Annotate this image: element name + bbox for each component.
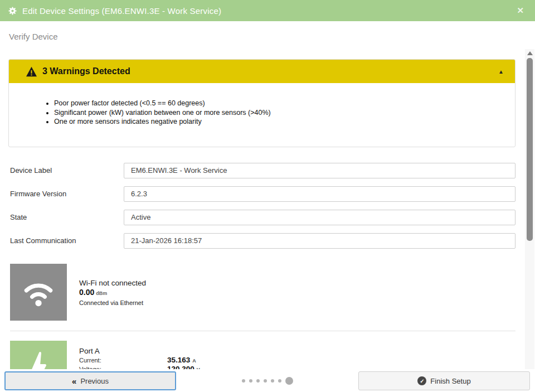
measurement-row: Current: 35.163 A	[79, 356, 515, 365]
collapse-caret-icon[interactable]: ▲	[498, 69, 504, 75]
device-form: Device Label Firmware Version State Last…	[0, 163, 535, 249]
finish-setup-label: Finish Setup	[430, 377, 470, 385]
scrollbar-thumb[interactable]	[527, 58, 533, 241]
check-circle-icon: ✓	[417, 376, 426, 385]
form-row: Device Label	[10, 163, 515, 178]
measurement-label: Current:	[79, 357, 167, 364]
warning-item: One or more sensors indicates negative p…	[54, 117, 515, 127]
vertical-scrollbar[interactable]	[525, 49, 534, 389]
field-input[interactable]	[124, 163, 515, 178]
step-dots	[242, 369, 293, 392]
double-chevron-left-icon: «	[72, 376, 76, 386]
close-icon[interactable]: ✕	[513, 4, 527, 17]
dialog-footer: « Previous ✓ Finish Setup	[0, 369, 535, 392]
previous-button[interactable]: « Previous	[4, 371, 176, 390]
warnings-header[interactable]: 3 Warnings Detected ▲	[9, 60, 515, 83]
measurement-unit: A	[192, 358, 196, 364]
wifi-status-row: Wi-Fi not connected 0.00dBm Connected vi…	[10, 264, 515, 321]
page-title: Verify Device	[0, 21, 535, 41]
dialog-content: Verify Device 3 Warnings Detected ▲ Poor…	[0, 21, 535, 392]
step-dot[interactable]	[264, 379, 267, 383]
section-divider	[10, 331, 515, 331]
gear-icon	[8, 6, 17, 16]
warning-item: Significant power (kW) variation between…	[54, 108, 515, 118]
field-label: Last Communication	[10, 236, 124, 245]
wifi-signal-value: 0.00	[79, 288, 94, 297]
warnings-list: Poor power factor detected (<0.5 == 60 d…	[9, 99, 515, 127]
warning-item: Poor power factor detected (<0.5 == 60 d…	[54, 99, 515, 108]
step-dot[interactable]	[271, 379, 274, 383]
step-dot[interactable]	[278, 379, 281, 383]
port-name: Port A	[79, 346, 515, 356]
field-label: Firmware Version	[10, 190, 124, 198]
dialog-title: Edit Device Settings (EM6.ENWI.3E - Work…	[22, 6, 221, 16]
field-input[interactable]	[124, 186, 515, 202]
form-row: Last Communication	[10, 233, 515, 249]
finish-setup-button[interactable]: ✓ Finish Setup	[358, 371, 530, 390]
field-label: State	[10, 213, 124, 221]
form-row: State	[10, 210, 515, 225]
wifi-icon	[10, 264, 67, 321]
warning-triangle-icon	[26, 66, 37, 77]
step-dot[interactable]	[242, 379, 245, 383]
dialog-titlebar: Edit Device Settings (EM6.ENWI.3E - Work…	[0, 0, 535, 21]
field-input[interactable]	[124, 233, 515, 249]
wifi-signal: 0.00dBm	[79, 288, 515, 298]
field-label: Device Label	[10, 166, 124, 175]
wifi-status-text: Wi-Fi not connected	[79, 278, 515, 288]
form-row: Firmware Version	[10, 186, 515, 202]
step-dot[interactable]	[249, 379, 252, 383]
measurement-value: 35.163	[167, 356, 190, 364]
field-input[interactable]	[124, 210, 515, 225]
step-dot[interactable]	[256, 379, 260, 383]
wifi-info: Wi-Fi not connected 0.00dBm Connected vi…	[67, 264, 515, 321]
wifi-connection-note: Connected via Ethernet	[79, 299, 515, 307]
wifi-signal-unit: dBm	[96, 291, 107, 296]
previous-button-label: Previous	[80, 377, 109, 385]
scroll-up-arrow-icon[interactable]	[527, 51, 533, 55]
step-dot[interactable]	[285, 377, 293, 385]
warnings-title: 3 Warnings Detected	[42, 66, 130, 76]
warnings-panel: 3 Warnings Detected ▲ Poor power factor …	[8, 59, 515, 147]
